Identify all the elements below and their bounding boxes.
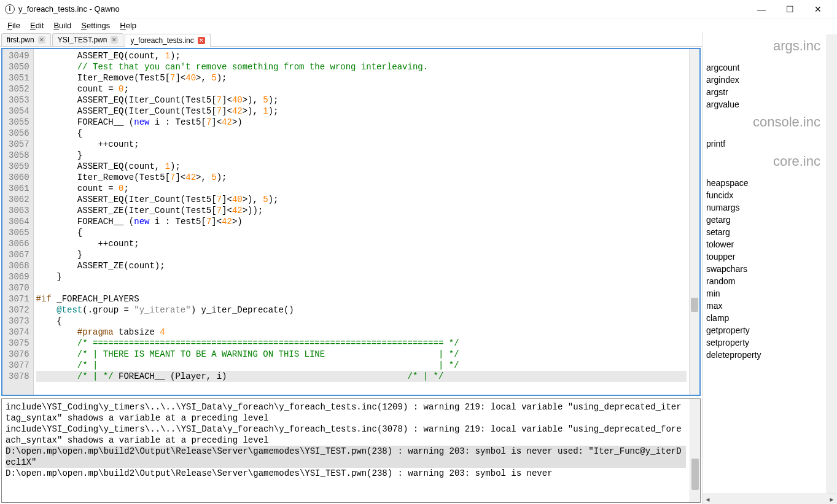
sidebar-symbol[interactable]: toupper [706,250,827,263]
code-line[interactable]: ASSERT_ZE(Iter_Count(Test5[7]<42>)); [36,205,687,216]
code-line[interactable]: /* | */ FOREACH__ (Player, i) /* | */ [36,371,687,382]
menu-help[interactable]: Help [115,20,141,31]
scroll-right-icon[interactable]: ► [827,494,837,504]
tab-close-icon[interactable]: ✕ [38,36,45,44]
code-line[interactable]: count = 0; [36,183,687,194]
code-line[interactable]: ++count; [36,238,687,249]
sidebar-symbol[interactable]: setarg [706,226,827,238]
titlebar: i y_foreach_tests.inc - Qawno ― ☐ ✕ [0,0,837,18]
code-line[interactable]: FOREACH__ (new i : Test5[7]<42>) [36,117,687,128]
output-line[interactable]: include\YSI_Coding\y_timers\..\..\YSI_Da… [6,424,686,446]
code-line[interactable] [36,282,687,293]
sidebar-symbol[interactable]: random [706,275,827,287]
sidebar-symbol[interactable]: argvalue [706,98,827,110]
tabbar: first.pwn✕YSI_TEST.pwn✕y_foreach_tests.i… [0,32,702,47]
code-line[interactable]: ASSERT_EQ(Iter_Count(Test5[7]<42>), 1); [36,106,687,117]
tab-label: YSI_TEST.pwn [58,36,107,44]
output-line[interactable]: D:\open.mp\open.mp\build2\Output\Release… [6,446,686,468]
sidebar-symbol[interactable]: swapchars [706,263,827,275]
sidebar-symbol[interactable]: getarg [706,214,827,226]
code-line[interactable]: count = 0; [36,83,687,95]
code-line[interactable]: FOREACH__ (new i : Test5[7]<42>) [36,216,687,227]
scroll-left-icon[interactable]: ◄ [703,494,713,504]
code-line[interactable]: /* =====================================… [36,338,687,349]
tab[interactable]: y_foreach_tests.inc✕ [125,34,210,47]
code-line[interactable]: /* | | */ [36,360,687,371]
code-line[interactable]: #if _FOREACH_PLAYERS [36,293,687,304]
tab[interactable]: first.pwn✕ [1,33,51,46]
tab-close-icon[interactable]: ✕ [111,36,118,44]
output-panel: include\YSI_Coding\y_timers\..\..\YSI_Da… [1,398,701,503]
menu-settings[interactable]: Settings [76,20,115,31]
tab-close-icon[interactable]: ✕ [198,37,205,44]
code-line[interactable]: Iter_Remove(Test5[7]<40>, 5); [36,72,687,83]
tab-label: first.pwn [7,36,34,44]
code-line[interactable]: // Test that you can't remove something … [36,61,687,72]
sidebar-symbol[interactable]: argstr [706,86,827,98]
code-line[interactable]: ASSERT_EQ(Iter_Count(Test5[7]<40>), 5); [36,95,687,106]
window-controls: ― ☐ ✕ [747,0,832,18]
sidebar-symbol[interactable]: argindex [706,74,827,86]
code-line[interactable]: } [36,249,687,260]
code-line[interactable]: @test(.group = "y_iterate") y_iter_Depre… [36,304,687,316]
sidebar-section-header: console.inc [706,110,827,138]
sidebar-symbol[interactable]: setproperty [706,336,827,349]
code-line[interactable]: } [36,271,687,282]
sidebar-symbol[interactable]: deleteproperty [706,349,827,361]
sidebar-symbol[interactable]: argcount [706,61,827,74]
code-area[interactable]: ASSERT_EQ(count, 1); // Test that you ca… [34,49,689,395]
tab-label: y_foreach_tests.inc [130,36,193,45]
sidebar-vscrollbar[interactable] [827,34,837,494]
output-text[interactable]: include\YSI_Coding\y_timers\..\..\YSI_Da… [2,399,690,502]
sidebar-hscrollbar[interactable]: ◄ ► [703,494,837,504]
code-line[interactable]: #pragma tabsize 4 [36,327,687,338]
menubar: File Edit Build Settings Help [0,18,837,32]
sidebar-symbol[interactable]: max [706,300,827,312]
code-line[interactable]: { [36,316,687,327]
code-line[interactable]: ++count; [36,139,687,150]
code-editor[interactable]: 3049305030513052305330543055305630573058… [1,48,701,396]
menu-build[interactable]: Build [49,20,76,31]
code-line[interactable]: } [36,150,687,161]
window-title: y_foreach_tests.inc - Qawno [18,4,120,14]
minimize-button[interactable]: ― [747,0,776,18]
app-icon: i [5,4,15,14]
tab[interactable]: YSI_TEST.pwn✕ [52,33,124,46]
sidebar-section-header: core.inc [706,150,827,177]
sidebar-symbol[interactable]: printf [706,138,827,150]
sidebar-symbol[interactable]: min [706,287,827,300]
menu-edit[interactable]: Edit [25,20,49,31]
line-number-gutter: 3049305030513052305330543055305630573058… [2,49,34,395]
code-line[interactable]: { [36,227,687,238]
code-line[interactable]: ASSERT_ZE(count); [36,260,687,271]
code-line[interactable]: /* | THERE IS MEANT TO BE A WARNING ON T… [36,349,687,360]
code-line[interactable]: Iter_Remove(Test5[7]<42>, 5); [36,172,687,183]
close-button[interactable]: ✕ [804,0,832,18]
sidebar-symbol[interactable]: tolower [706,238,827,250]
sidebar-symbol[interactable]: getproperty [706,324,827,336]
menu-file[interactable]: File [2,20,25,31]
code-line[interactable]: ASSERT_EQ(count, 1); [36,161,687,172]
sidebar-symbol[interactable]: clamp [706,312,827,324]
code-line[interactable]: { [36,128,687,139]
sidebar-symbol[interactable]: numargs [706,201,827,214]
sidebar-symbol[interactable]: funcidx [706,189,827,201]
sidebar-section-header: args.inc [706,34,827,61]
sidebar-symbol[interactable]: heapspace [706,177,827,189]
output-line[interactable]: D:\open.mp\open.mp\build2\Output\Release… [6,468,686,479]
symbol-sidebar: args.incargcountargindexargstrargvalueco… [702,32,837,504]
code-line[interactable]: ASSERT_EQ(count, 1); [36,50,687,61]
output-line[interactable]: include\YSI_Coding\y_timers\..\..\YSI_Da… [6,401,686,424]
maximize-button[interactable]: ☐ [776,0,804,18]
editor-vscrollbar[interactable] [689,49,699,395]
output-vscrollbar[interactable] [690,399,700,502]
code-line[interactable]: ASSERT_EQ(Iter_Count(Test5[7]<40>), 5); [36,194,687,205]
